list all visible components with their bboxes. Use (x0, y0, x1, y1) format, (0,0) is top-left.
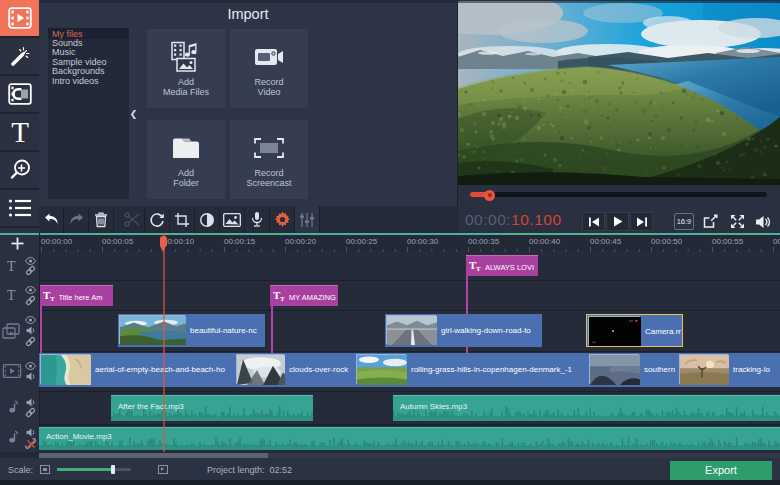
svg-text:T: T (7, 259, 16, 273)
svg-text:T: T (50, 295, 55, 302)
svg-text:T: T (7, 288, 16, 302)
svg-text:T: T (476, 265, 481, 272)
svg-text:T: T (11, 120, 29, 144)
svg-text:T: T (280, 295, 285, 302)
